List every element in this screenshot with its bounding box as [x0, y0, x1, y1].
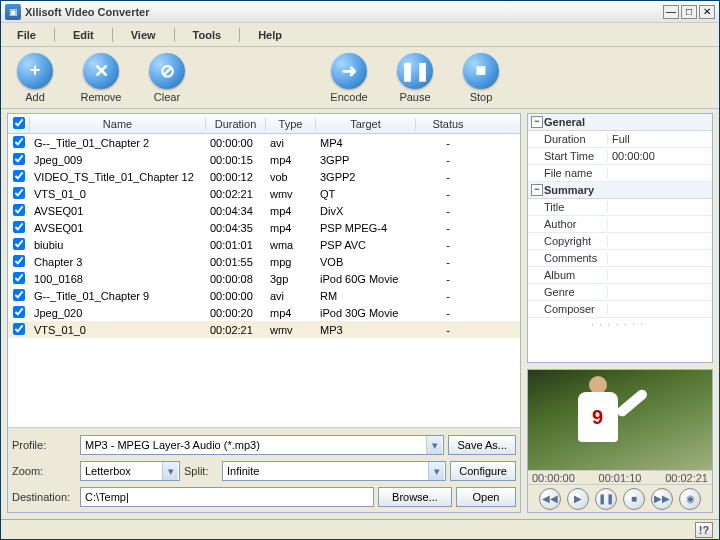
toolbar: +Add ✕Remove ⊘Clear ➜Encode ❚❚Pause ■Sto…	[1, 47, 719, 109]
table-row[interactable]: G--_Title_01_Chapter 900:00:00aviRM-	[8, 287, 520, 304]
remove-button[interactable]: ✕Remove	[77, 53, 125, 103]
prop-album[interactable]: Album	[528, 267, 712, 284]
prop-title[interactable]: Title	[528, 199, 712, 216]
configure-button[interactable]: Configure	[450, 461, 516, 481]
open-button[interactable]: Open	[456, 487, 516, 507]
cell-status: -	[416, 188, 480, 200]
row-checkbox[interactable]	[8, 289, 30, 303]
cell-type: 3gp	[266, 273, 316, 285]
table-row[interactable]: AVSEQ0100:04:35mp4PSP MPEG-4-	[8, 219, 520, 236]
clear-button[interactable]: ⊘Clear	[143, 53, 191, 103]
table-row[interactable]: Jpeg_00900:00:15mp43GPP-	[8, 151, 520, 168]
prop-composer[interactable]: Composer	[528, 301, 712, 318]
cell-duration: 00:02:21	[206, 188, 266, 200]
browse-button[interactable]: Browse...	[378, 487, 452, 507]
table-row[interactable]: VTS_01_000:02:21wmvMP3-	[8, 321, 520, 338]
stop-button[interactable]: ■Stop	[457, 53, 505, 103]
table-row[interactable]: Chapter 300:01:55mpgVOB-	[8, 253, 520, 270]
table-row[interactable]: VIDEO_TS_Title_01_Chapter 1200:00:12vob3…	[8, 168, 520, 185]
encode-button[interactable]: ➜Encode	[325, 53, 373, 103]
row-checkbox[interactable]	[8, 306, 30, 320]
header-name[interactable]: Name	[30, 118, 206, 130]
section-general[interactable]: General	[528, 114, 712, 131]
playpause-button[interactable]: ❚❚	[595, 488, 617, 510]
snapshot-button[interactable]: ◉	[679, 488, 701, 510]
table-row[interactable]: biubiu00:01:01wmaPSP AVC-	[8, 236, 520, 253]
cell-duration: 00:04:35	[206, 222, 266, 234]
next-button[interactable]: ▶▶	[651, 488, 673, 510]
cell-duration: 00:01:55	[206, 256, 266, 268]
prev-button[interactable]: ◀◀	[539, 488, 561, 510]
saveas-button[interactable]: Save As...	[448, 435, 516, 455]
cell-target: iPod 60G Movie	[316, 273, 416, 285]
time-start: 00:00:00	[532, 472, 575, 484]
chevron-down-icon: ▾	[426, 436, 442, 454]
add-button[interactable]: +Add	[11, 53, 59, 103]
prop-copyright[interactable]: Copyright	[528, 233, 712, 250]
prop-genre[interactable]: Genre	[528, 284, 712, 301]
table-row[interactable]: VTS_01_000:02:21wmvQT-	[8, 185, 520, 202]
header-duration[interactable]: Duration	[206, 118, 266, 130]
split-label: Split:	[184, 465, 218, 477]
play-button[interactable]: ▶	[567, 488, 589, 510]
prop-comments[interactable]: Comments	[528, 250, 712, 267]
table-row[interactable]: G--_Title_01_Chapter 200:00:00aviMP4-	[8, 134, 520, 151]
menu-help[interactable]: Help	[250, 27, 290, 43]
playback-controls: ◀◀ ▶ ❚❚ ■ ▶▶ ◉	[528, 484, 712, 512]
table-row[interactable]: AVSEQ0100:04:34mp4DivX-	[8, 202, 520, 219]
timeline[interactable]: 00:00:00 00:01:10 00:02:21	[528, 470, 712, 484]
help-button[interactable]: !?	[695, 522, 713, 538]
cell-status: -	[416, 290, 480, 302]
close-button[interactable]: ✕	[699, 5, 715, 19]
cell-type: wma	[266, 239, 316, 251]
scroll-dots: ∙∙∙∙∙∙∙	[528, 318, 712, 331]
row-checkbox[interactable]	[8, 136, 30, 150]
chevron-down-icon: ▾	[428, 462, 444, 480]
menu-tools[interactable]: Tools	[185, 27, 230, 43]
zoom-select[interactable]: Letterbox▾	[80, 461, 180, 481]
prop-duration[interactable]: DurationFull	[528, 131, 712, 148]
cell-name: VTS_01_0	[30, 324, 206, 336]
row-checkbox[interactable]	[8, 272, 30, 286]
row-checkbox[interactable]	[8, 170, 30, 184]
prop-author[interactable]: Author	[528, 216, 712, 233]
cell-target: MP4	[316, 137, 416, 149]
destination-input[interactable]: C:\Temp|	[80, 487, 374, 507]
row-checkbox[interactable]	[8, 204, 30, 218]
header-type[interactable]: Type	[266, 118, 316, 130]
header-status[interactable]: Status	[416, 118, 480, 130]
cell-duration: 00:00:20	[206, 307, 266, 319]
row-checkbox[interactable]	[8, 323, 30, 337]
menu-view[interactable]: View	[123, 27, 164, 43]
header-checkbox[interactable]	[8, 117, 30, 131]
cell-status: -	[416, 239, 480, 251]
maximize-button[interactable]: □	[681, 5, 697, 19]
stop-play-button[interactable]: ■	[623, 488, 645, 510]
cell-target: QT	[316, 188, 416, 200]
cell-status: -	[416, 205, 480, 217]
table-body[interactable]: G--_Title_01_Chapter 200:00:00aviMP4-Jpe…	[8, 134, 520, 427]
profile-select[interactable]: MP3 - MPEG Layer-3 Audio (*.mp3)▾	[80, 435, 444, 455]
minimize-button[interactable]: —	[663, 5, 679, 19]
properties-panel[interactable]: General DurationFull Start Time00:00:00 …	[527, 113, 713, 363]
row-checkbox[interactable]	[8, 238, 30, 252]
row-checkbox[interactable]	[8, 187, 30, 201]
split-select[interactable]: Infinite▾	[222, 461, 446, 481]
menu-file[interactable]: File	[9, 27, 44, 43]
pause-button[interactable]: ❚❚Pause	[391, 53, 439, 103]
row-checkbox[interactable]	[8, 221, 30, 235]
header-target[interactable]: Target	[316, 118, 416, 130]
cell-duration: 00:00:08	[206, 273, 266, 285]
menu-edit[interactable]: Edit	[65, 27, 102, 43]
table-row[interactable]: Jpeg_02000:00:20mp4iPod 30G Movie-	[8, 304, 520, 321]
prop-starttime[interactable]: Start Time00:00:00	[528, 148, 712, 165]
section-summary[interactable]: Summary	[528, 182, 712, 199]
cell-type: mp4	[266, 205, 316, 217]
table-row[interactable]: 100_016800:00:083gpiPod 60G Movie-	[8, 270, 520, 287]
prop-filename[interactable]: File name	[528, 165, 712, 182]
profile-label: Profile:	[12, 439, 76, 451]
cell-status: -	[416, 137, 480, 149]
row-checkbox[interactable]	[8, 255, 30, 269]
main-area: Name Duration Type Target Status G--_Tit…	[1, 109, 719, 519]
row-checkbox[interactable]	[8, 153, 30, 167]
